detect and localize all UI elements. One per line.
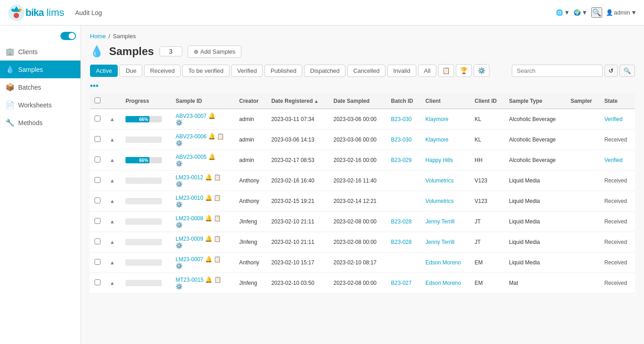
filter-tab-due[interactable]: Due <box>120 65 142 77</box>
search-input[interactable] <box>512 65 603 77</box>
select-all-checkbox[interactable] <box>95 97 100 103</box>
sampler-cell <box>566 130 599 150</box>
creator-cell: admin <box>235 109 267 130</box>
search-submit-button[interactable]: 🔍 <box>619 65 635 77</box>
sample-id-link[interactable]: LM23-0008 <box>175 215 203 222</box>
sampler-cell <box>566 150 599 171</box>
count-input[interactable] <box>160 46 182 56</box>
expand-icon[interactable]: ▲ <box>110 137 115 143</box>
expand-icon[interactable]: ▲ <box>110 239 115 245</box>
sampler-header[interactable]: Sampler <box>566 94 599 109</box>
reset-search-button[interactable]: ↺ <box>604 65 618 77</box>
globe-menu-button[interactable]: 🌍 ▼ <box>574 9 588 16</box>
filter-tab-active[interactable]: Active <box>90 65 118 77</box>
sample-detail-icon: 🔔 <box>205 276 212 283</box>
sample-type-header[interactable]: Sample Type <box>504 94 566 109</box>
row-checkbox[interactable] <box>95 177 100 183</box>
sample-id-link[interactable]: MT23-0015 <box>175 277 203 283</box>
sample-id-link[interactable]: ABV23-0005 <box>175 154 206 160</box>
filter-tab-to-be-verified[interactable]: To be verified <box>182 65 229 77</box>
sample-id-link[interactable]: ABV23-0007 <box>175 113 206 119</box>
batch-id-link[interactable]: B23-029 <box>391 157 411 163</box>
filter-tab-published[interactable]: Published <box>265 65 302 77</box>
date-sampled-header[interactable]: Date Sampled <box>329 94 387 109</box>
filter-tab-cancelled[interactable]: Cancelled <box>347 65 385 77</box>
filter-tab-dispatched[interactable]: Dispatched <box>304 65 345 77</box>
sidebar-item-methods[interactable]: 🔧 Methods <box>0 114 80 132</box>
sample-id-link[interactable]: LM23-0009 <box>175 236 203 242</box>
batch-id-link[interactable]: B23-028 <box>391 218 411 225</box>
user-menu-button[interactable]: 👤 admin ▼ <box>606 9 637 16</box>
sidebar-item-clients[interactable]: 🏢 Clients <box>0 43 80 61</box>
state-header[interactable]: State <box>600 94 635 109</box>
batch-id-link[interactable]: B23-028 <box>391 239 411 245</box>
row-checkbox[interactable] <box>95 238 100 244</box>
expand-icon[interactable]: ▲ <box>110 177 115 184</box>
sample-id-link[interactable]: LM23-0010 <box>175 195 203 201</box>
sidebar-item-samples[interactable]: 💧 Samples <box>0 61 80 78</box>
batch-id-link[interactable]: B23-027 <box>391 280 411 286</box>
sample-sub-icon: ⚙️ <box>175 201 183 208</box>
client-link[interactable]: Klaymore <box>425 116 449 122</box>
client-link[interactable]: Volumetrics <box>425 198 454 204</box>
add-samples-button[interactable]: ⊕ Add Samples <box>188 46 241 58</box>
expand-icon[interactable]: ▲ <box>110 116 115 122</box>
row-checkbox[interactable] <box>95 136 100 142</box>
logo-icon <box>7 4 25 22</box>
date-registered-header[interactable]: Date Registered <box>267 94 329 109</box>
row-checkbox[interactable] <box>95 279 100 285</box>
sidebar-toggle-button[interactable] <box>60 32 76 40</box>
breadcrumb-home-link[interactable]: Home <box>90 33 106 40</box>
expand-icon[interactable]: ▲ <box>110 198 115 204</box>
client-link[interactable]: Volumetrics <box>425 177 454 184</box>
filter-icon-btn-3[interactable]: ⚙️ <box>474 64 489 77</box>
sample-id-link[interactable]: ABV23-0006 <box>175 133 206 140</box>
client-id-cell: JT <box>470 212 504 232</box>
sample-id-link[interactable]: LM23-0007 <box>175 256 203 263</box>
sidebar-item-worksheets[interactable]: 📄 Worksheets <box>0 96 80 114</box>
batch-id-link[interactable]: B23-030 <box>391 116 411 122</box>
flag-menu-button[interactable]: 🌐 ▼ <box>556 9 570 16</box>
filter-tab-received[interactable]: Received <box>144 65 180 77</box>
filter-tab-all[interactable]: All <box>418 65 436 77</box>
filter-tab-verified[interactable]: Verified <box>231 65 263 77</box>
table-row: ▲LM23-0012 🔔 📋 ⚙️Anthony2023-02-16 16:40… <box>90 171 635 191</box>
filter-tab-invalid[interactable]: Invalid <box>387 65 416 77</box>
row-checkbox[interactable] <box>95 218 100 224</box>
sample-id-header[interactable]: Sample ID <box>171 94 235 109</box>
client-header[interactable]: Client <box>421 94 470 109</box>
filter-icon-btn-2[interactable]: 🏆 <box>456 64 472 77</box>
filter-bar: Active Due Received To be verified Verif… <box>90 64 635 77</box>
row-checkbox[interactable] <box>95 116 100 121</box>
sidebar-item-label-batches: Batches <box>18 84 41 91</box>
filter-icon-btn-1[interactable]: 📋 <box>438 64 454 77</box>
sampler-cell <box>566 171 599 191</box>
client-id-header[interactable]: Client ID <box>470 94 504 109</box>
client-link[interactable]: Jenny Terrill <box>425 218 454 225</box>
sidebar-item-batches[interactable]: 📦 Batches <box>0 78 80 96</box>
creator-cell: admin <box>235 150 267 171</box>
client-link[interactable]: Edson Moreno <box>425 259 461 266</box>
client-link[interactable]: Happy Hills <box>425 157 453 163</box>
client-link[interactable]: Edson Moreno <box>425 280 461 286</box>
creator-header[interactable]: Creator <box>235 94 267 109</box>
expand-icon[interactable]: ▲ <box>110 218 115 225</box>
batch-id-header[interactable]: Batch ID <box>386 94 421 109</box>
row-checkbox[interactable] <box>95 157 100 162</box>
sampler-cell <box>566 232 599 253</box>
sample-detail-icon: 🔔 <box>205 174 212 181</box>
expand-icon[interactable]: ▲ <box>110 259 115 266</box>
client-link[interactable]: Klaymore <box>425 137 449 143</box>
more-options-button[interactable]: ••• <box>90 81 635 91</box>
expand-icon[interactable]: ▲ <box>110 280 115 286</box>
sample-flag-icon: 📋 <box>214 276 221 283</box>
expand-icon[interactable]: ▲ <box>110 157 115 163</box>
audit-log-link[interactable]: Audit Log <box>75 9 102 16</box>
client-link[interactable]: Jenny Terrill <box>425 239 454 245</box>
batch-id-link[interactable]: B23-030 <box>391 137 411 143</box>
sample-id-link[interactable]: LM23-0012 <box>175 174 203 181</box>
row-checkbox[interactable] <box>95 197 100 203</box>
top-search-button[interactable]: 🔍 <box>591 7 602 18</box>
date-sampled-cell: 2023-03-06 00:00 <box>329 109 387 130</box>
row-checkbox[interactable] <box>95 259 100 265</box>
